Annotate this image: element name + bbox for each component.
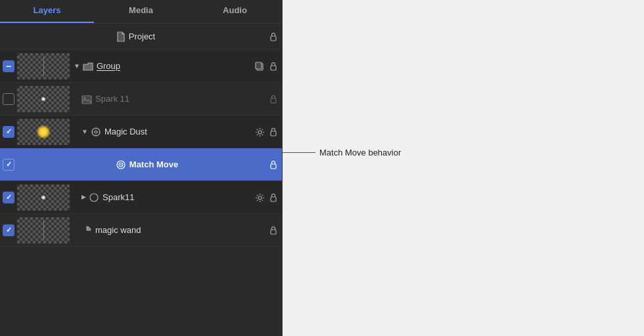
- checkbox-spark11-2[interactable]: [3, 192, 14, 203]
- checkbox-group[interactable]: [3, 60, 14, 72]
- checkbox-magic-wand[interactable]: [3, 224, 14, 236]
- thumbnail-magic-wand: [17, 217, 70, 243]
- svg-rect-14: [271, 131, 276, 136]
- lock-icon-magic-wand: [269, 224, 278, 236]
- image-icon: [81, 93, 92, 104]
- svg-rect-21: [271, 197, 276, 201]
- svg-point-20: [258, 196, 262, 200]
- thumbnail-spark11-2: [17, 184, 70, 211]
- tab-media[interactable]: Media: [94, 0, 188, 23]
- gear-icon-spark11-2[interactable]: [255, 192, 265, 202]
- project-name: Project: [129, 32, 155, 41]
- right-panel: Match Move behavior: [283, 0, 644, 336]
- svg-point-8: [95, 131, 97, 133]
- project-row-right: [269, 31, 278, 42]
- checkbox-magic-dust[interactable]: [3, 126, 14, 138]
- layer-row-magic-wand[interactable]: magic wand: [0, 214, 282, 247]
- tab-audio[interactable]: Audio: [188, 0, 282, 23]
- svg-point-19: [90, 194, 98, 201]
- layer-row-group[interactable]: ▼ Group: [0, 50, 282, 83]
- expand-arrow-group[interactable]: ▼: [74, 62, 80, 70]
- magic-dust-name: Magic Dust: [104, 127, 147, 136]
- svg-point-17: [120, 164, 122, 165]
- layer-row-spark11[interactable]: Spark 11: [0, 83, 282, 116]
- spark11-row-right: [269, 93, 278, 104]
- svg-rect-4: [82, 96, 91, 104]
- magic-wand-row-right: [269, 224, 278, 236]
- thumb-spark-2: [41, 196, 45, 200]
- match-move-content: Match Move: [17, 159, 269, 170]
- annotation-text: Match Move behavior: [319, 148, 401, 158]
- match-move-name: Match Move: [129, 159, 178, 169]
- gear-icon-magic-dust[interactable]: [255, 126, 265, 137]
- magic-dust-content: ▼ Magic Dust: [74, 126, 255, 137]
- thumb-spark: [41, 97, 45, 101]
- layer-row-spark11-2[interactable]: ▶ Spark11: [0, 181, 282, 214]
- project-row[interactable]: Project: [0, 24, 282, 50]
- group-row-right: [254, 60, 278, 72]
- svg-point-13: [258, 131, 262, 134]
- svg-rect-6: [271, 98, 276, 103]
- annotation: Match Move behavior: [283, 148, 401, 158]
- lock-icon-magic-dust: [269, 126, 278, 137]
- main-panel: Layers Media Audio: [0, 0, 644, 336]
- thumbnail-group: [17, 53, 70, 79]
- thumbnail-magic-dust: [17, 119, 70, 145]
- checkbox-match-move[interactable]: [3, 159, 14, 171]
- svg-rect-18: [271, 164, 276, 169]
- svg-rect-22: [271, 230, 276, 234]
- thumbnail-spark11: [17, 86, 70, 112]
- magic-wand-name: magic wand: [95, 225, 141, 235]
- spark11-name: Spark 11: [95, 94, 129, 104]
- spark11-2-row-right: [255, 192, 278, 203]
- annotation-line: [283, 152, 315, 153]
- thumb-glow: [36, 125, 51, 139]
- project-row-content: Project: [3, 31, 269, 42]
- circle-outline-icon: [89, 192, 99, 203]
- magic-dust-row-right: [255, 126, 278, 137]
- behavior-icon-match-move: [116, 159, 126, 170]
- document-icon: [116, 31, 126, 42]
- layer-row-magic-dust[interactable]: ▼ Magic Dust: [0, 116, 282, 148]
- layer-row-match-move[interactable]: Match Move: [0, 148, 282, 181]
- lock-icon-group: [269, 60, 278, 72]
- expand-arrow-magic-dust[interactable]: ▼: [81, 128, 88, 135]
- tab-bar: Layers Media Audio: [0, 0, 282, 24]
- thumb-line-wand: [43, 220, 44, 240]
- wand-icon: [81, 224, 92, 236]
- play-arrow-spark11-2[interactable]: ▶: [81, 194, 86, 200]
- checkbox-spark11[interactable]: [3, 93, 14, 105]
- lock-icon-spark11: [269, 93, 278, 104]
- spark11-2-name: Spark11: [103, 192, 134, 202]
- layers-panel: Layers Media Audio: [0, 0, 283, 336]
- magic-wand-content: magic wand: [74, 224, 269, 236]
- spark11-2-content: ▶ Spark11: [74, 192, 255, 203]
- behavior-icon-magic-dust: [91, 126, 101, 137]
- spark11-content: Spark 11: [74, 93, 269, 104]
- svg-rect-3: [271, 66, 276, 70]
- group-name: Group: [97, 61, 120, 71]
- layers-list: Project ▼: [0, 24, 282, 336]
- tab-layers[interactable]: Layers: [0, 0, 94, 23]
- lock-icon-spark11-2: [269, 192, 278, 203]
- svg-rect-0: [271, 36, 276, 41]
- lock-icon-match-move: [269, 159, 278, 170]
- project-lock-icon: [269, 31, 278, 42]
- svg-rect-2: [256, 62, 262, 69]
- copy-icon-group: [254, 60, 265, 72]
- thumb-line: [43, 56, 44, 76]
- match-move-row-right: [269, 159, 278, 170]
- folder-icon: [83, 61, 93, 72]
- group-content: ▼ Group: [74, 61, 254, 72]
